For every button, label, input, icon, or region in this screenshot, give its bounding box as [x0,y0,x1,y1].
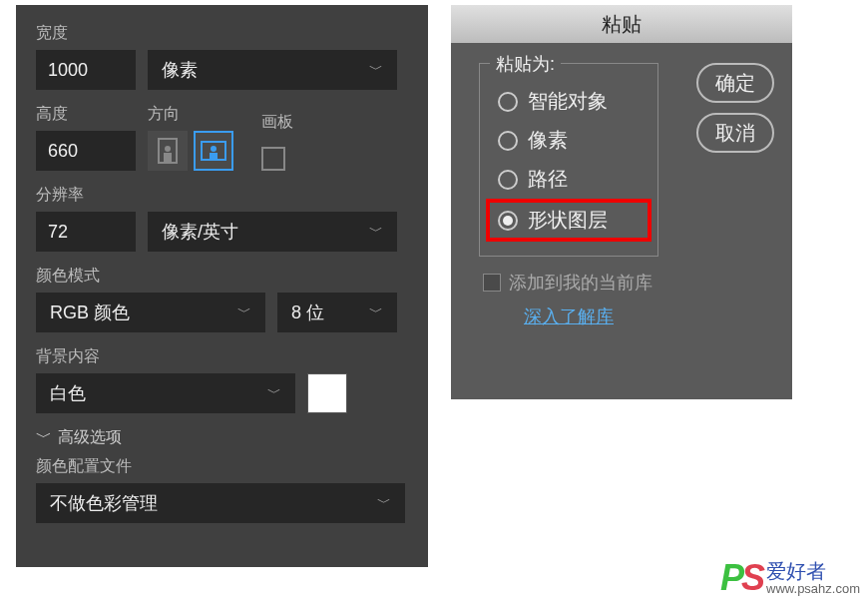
new-document-panel: 宽度 . 像素 ﹀ 高度 方向 [16,5,428,567]
watermark-url: www.psahz.com [766,581,860,596]
background-color-swatch[interactable] [307,373,347,413]
checkbox-label: 添加到我的当前库 [509,271,652,295]
radio-label: 像素 [528,127,568,154]
chevron-down-icon: ﹀ [237,304,251,321]
learn-more-link[interactable]: 深入了解库 [479,304,658,328]
add-to-library-checkbox[interactable]: 添加到我的当前库 [483,271,774,295]
radio-label: 路径 [528,166,568,193]
advanced-toggle[interactable]: ﹀ 高级选项 [36,427,408,448]
chevron-down-icon: ﹀ [369,61,383,79]
color-depth-dropdown[interactable]: 8 位 ﹀ [277,293,397,332]
artboard-checkbox[interactable] [261,147,285,171]
background-dropdown[interactable]: 白色 ﹀ [36,373,295,413]
paste-dialog: 粘贴 确定 取消 粘贴为: 智能对象 像素 路径 形状图层 添 [451,5,792,399]
radio-icon [498,170,518,190]
chevron-down-icon: ﹀ [267,384,281,402]
chevron-down-icon: ﹀ [36,427,52,448]
svg-point-1 [165,146,171,152]
profile-label: 颜色配置文件 [36,456,408,477]
color-mode-label: 颜色模式 [36,266,408,287]
artboard-label: 画板 [261,112,293,133]
color-mode-dropdown[interactable]: RGB 颜色 ﹀ [36,293,265,332]
paste-as-fieldset: 粘贴为: 智能对象 像素 路径 形状图层 [479,63,658,257]
color-mode-value: RGB 颜色 [50,301,130,324]
cancel-button[interactable]: 取消 [696,113,774,153]
radio-icon [498,211,518,231]
svg-rect-2 [164,153,172,163]
resolution-label: 分辨率 [36,185,136,206]
orientation-landscape[interactable] [194,131,233,171]
radio-smart-object[interactable]: 智能对象 [494,82,644,121]
orientation-label: 方向 [148,104,233,125]
radio-path[interactable]: 路径 [494,160,644,199]
svg-rect-5 [210,153,217,160]
resolution-unit-value: 像素/英寸 [162,220,238,244]
radio-label: 智能对象 [528,88,608,115]
watermark-text: 爱好者 [766,561,860,581]
ps-logo-icon: PS [720,557,762,599]
radio-label: 形状图层 [528,207,608,234]
color-depth-value: 8 位 [291,301,324,324]
radio-icon [498,131,518,151]
height-label: 高度 [36,104,136,125]
resolution-input[interactable] [36,212,136,252]
chevron-down-icon: ﹀ [369,223,383,241]
advanced-label: 高级选项 [58,427,122,448]
paste-as-label: 粘贴为: [490,52,561,76]
height-input[interactable] [36,131,136,171]
radio-icon [498,92,518,112]
width-unit-value: 像素 [162,58,198,82]
resolution-unit-dropdown[interactable]: 像素/英寸 ﹀ [148,212,397,252]
watermark: PS 爱好者 www.psahz.com [720,557,860,599]
chevron-down-icon: ﹀ [377,494,391,512]
profile-value: 不做色彩管理 [50,491,158,515]
radio-pixels[interactable]: 像素 [494,121,644,160]
orientation-portrait[interactable] [148,131,188,171]
svg-point-4 [211,146,217,152]
width-input[interactable] [36,50,136,90]
dialog-title: 粘贴 [451,5,792,43]
width-label: 宽度 [36,23,136,44]
width-unit-dropdown[interactable]: 像素 ﹀ [148,50,397,90]
radio-shape-layer[interactable]: 形状图层 [486,199,651,242]
background-value: 白色 [50,381,86,405]
background-label: 背景内容 [36,346,408,367]
profile-dropdown[interactable]: 不做色彩管理 ﹀ [36,483,405,523]
ok-button[interactable]: 确定 [696,63,774,103]
chevron-down-icon: ﹀ [369,304,383,321]
checkbox-icon [483,274,501,292]
